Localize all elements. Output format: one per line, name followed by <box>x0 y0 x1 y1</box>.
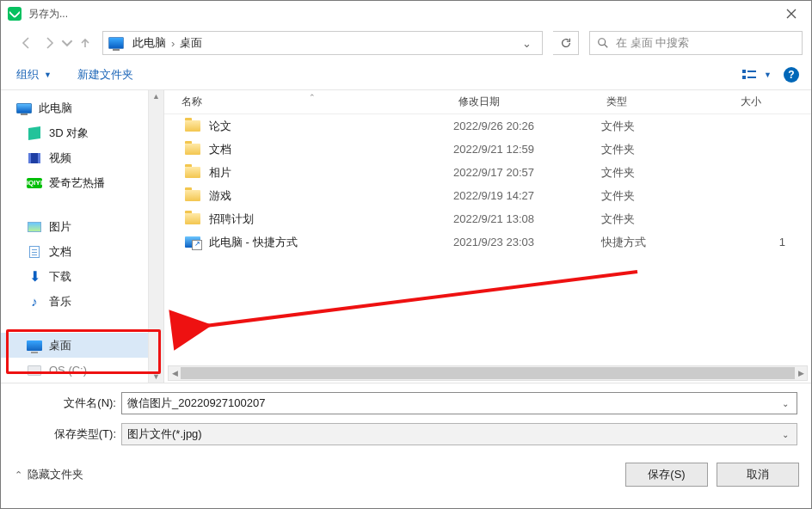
download-icon: ⬇ <box>29 270 40 284</box>
nav-recent-dropdown[interactable] <box>61 33 73 53</box>
column-header-size[interactable]: 大小 <box>735 95 811 109</box>
view-list-icon <box>741 68 760 82</box>
filename-label: 文件名(N): <box>15 396 121 411</box>
film-icon <box>28 153 40 163</box>
tree-item-music[interactable]: ♪ 音乐 <box>1 289 163 314</box>
shortcut-icon <box>185 236 200 248</box>
nav-back-button[interactable] <box>16 33 37 53</box>
this-pc-icon <box>16 103 32 113</box>
new-folder-button[interactable]: 新建文件夹 <box>74 64 137 86</box>
tree-item-downloads[interactable]: ⬇ 下载 <box>1 264 163 289</box>
nav-forward-button[interactable] <box>39 33 59 53</box>
column-header-name[interactable]: ⌃ 名称 <box>164 95 453 109</box>
wechat-icon <box>8 7 22 21</box>
tree-item-this-pc[interactable]: 此电脑 <box>1 95 163 120</box>
tree-item-videos[interactable]: 视频 <box>1 145 163 170</box>
svg-point-0 <box>599 39 606 46</box>
chevron-down-icon <box>61 36 73 50</box>
savetype-label: 保存类型(T): <box>15 426 121 442</box>
chevron-down-icon[interactable]: ⌄ <box>778 424 793 445</box>
breadcrumb-root[interactable]: 此电脑 <box>129 34 169 52</box>
horizontal-scrollbar[interactable]: ◀ ▶ <box>168 365 808 381</box>
tree-item-desktop[interactable]: 桌面 <box>1 333 163 358</box>
arrow-right-icon <box>42 36 56 50</box>
scroll-right-icon: ▶ <box>795 366 807 380</box>
tree-scrollbar[interactable]: ▲ ▼ <box>148 90 163 383</box>
view-mode-button[interactable]: ▼ <box>741 68 772 82</box>
form-area: 文件名(N): 微信图片_20220927100207 ⌄ 保存类型(T): 图… <box>1 383 811 445</box>
search-input[interactable]: 在 桌面 中搜索 <box>589 31 803 55</box>
nav-row: 此电脑 › 桌面 ⌄ 在 桌面 中搜索 <box>1 27 811 59</box>
disk-icon <box>28 365 41 376</box>
footer: ⌃ 隐藏文件夹 保存(S) 取消 <box>1 454 811 497</box>
refresh-button[interactable] <box>553 31 579 55</box>
file-row[interactable]: 相片2022/9/17 20:57文件夹 <box>164 161 811 184</box>
address-bar[interactable]: 此电脑 › 桌面 ⌄ <box>102 31 543 55</box>
svg-rect-1 <box>742 70 746 73</box>
savetype-select[interactable]: 图片文件(*.jpg) ⌄ <box>121 423 797 445</box>
cancel-button[interactable]: 取消 <box>717 463 799 487</box>
toolbar: 组织▼ 新建文件夹 ▼ ? <box>1 59 811 90</box>
column-header-type[interactable]: 类型 <box>601 95 735 109</box>
file-row[interactable]: 文档2022/9/21 12:59文件夹 <box>164 138 811 161</box>
save-as-dialog: 另存为... 此电脑 › 桌面 ⌄ 在 桌面 中搜索 <box>0 0 812 509</box>
file-row[interactable]: 招聘计划2022/9/21 13:08文件夹 <box>164 207 811 230</box>
tree-item-pictures[interactable]: 图片 <box>1 214 163 239</box>
chevron-right-icon: › <box>171 37 175 50</box>
hide-folders-toggle[interactable]: ⌃ 隐藏文件夹 <box>15 467 83 482</box>
search-placeholder: 在 桌面 中搜索 <box>616 35 689 51</box>
music-icon: ♪ <box>31 294 38 309</box>
document-icon <box>29 246 40 258</box>
this-pc-icon <box>108 37 124 49</box>
scrollbar-thumb[interactable] <box>181 367 795 379</box>
nav-up-button[interactable] <box>75 33 95 53</box>
tree-item-iqiyi[interactable]: iQIYI 爱奇艺热播 <box>1 170 163 195</box>
window-title: 另存为... <box>28 7 68 21</box>
chevron-up-icon: ⌃ <box>15 469 22 481</box>
chevron-down-icon: ▼ <box>44 71 52 79</box>
scroll-left-icon: ◀ <box>169 366 181 380</box>
file-row[interactable]: 此电脑 - 快捷方式2021/9/23 23:03快捷方式1 <box>164 230 811 254</box>
close-button[interactable] <box>772 1 811 27</box>
desktop-icon <box>27 340 42 351</box>
breadcrumb-leaf[interactable]: 桌面 <box>176 34 206 52</box>
iqiyi-icon: iQIYI <box>27 178 42 188</box>
organize-menu[interactable]: 组织▼ <box>13 64 55 86</box>
tree-item-3d-objects[interactable]: 3D 对象 <box>1 120 163 145</box>
column-header-date[interactable]: 修改日期 <box>453 95 601 109</box>
svg-rect-3 <box>742 76 746 79</box>
folder-icon <box>185 167 200 178</box>
svg-rect-2 <box>747 71 756 72</box>
folder-icon <box>185 144 200 155</box>
column-header-row: ⌃ 名称 修改日期 类型 大小 <box>164 90 811 114</box>
file-row[interactable]: 论文2022/9/26 20:26文件夹 <box>164 114 811 138</box>
filename-input[interactable]: 微信图片_20220927100207 ⌄ <box>121 392 797 414</box>
refresh-icon <box>560 37 572 49</box>
arrow-up-icon <box>79 37 91 49</box>
tree-item-os-drive[interactable]: OS (C:) <box>1 358 163 383</box>
folder-icon <box>185 213 200 224</box>
file-row[interactable]: 游戏2022/9/19 14:27文件夹 <box>164 184 811 207</box>
close-icon <box>786 9 797 19</box>
folder-icon <box>185 120 200 132</box>
tree-item-documents[interactable]: 文档 <box>1 239 163 264</box>
pictures-icon <box>28 222 41 232</box>
search-icon <box>597 37 609 49</box>
nav-tree: 此电脑 3D 对象 视频 iQIYI 爱奇艺热播 图片 文档 <box>1 90 164 383</box>
body: 此电脑 3D 对象 视频 iQIYI 爱奇艺热播 图片 文档 <box>1 90 811 383</box>
arrow-left-icon <box>20 36 34 50</box>
sort-asc-icon: ⌃ <box>309 93 316 101</box>
file-list: ⌃ 名称 修改日期 类型 大小 论文2022/9/26 20:26文件夹文档20… <box>164 90 811 383</box>
cube-icon <box>28 126 40 140</box>
address-dropdown[interactable]: ⌄ <box>515 37 538 50</box>
title-bar: 另存为... <box>1 1 811 27</box>
save-button[interactable]: 保存(S) <box>625 463 708 487</box>
folder-icon <box>185 190 200 201</box>
help-button[interactable]: ? <box>784 67 799 83</box>
svg-rect-4 <box>747 77 756 78</box>
chevron-down-icon: ▼ <box>764 71 772 79</box>
chevron-down-icon[interactable]: ⌄ <box>778 393 793 414</box>
